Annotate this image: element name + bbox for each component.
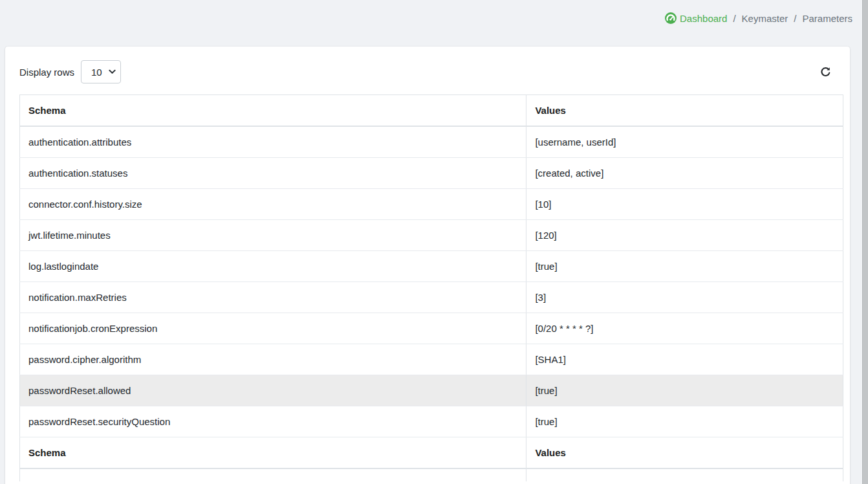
footer-values: Values <box>526 437 843 469</box>
table-row[interactable]: jwt.lifetime.minutes [120] <box>20 220 843 251</box>
values-cell[interactable]: [0/20 * * * * ?] <box>526 313 843 344</box>
schema-cell[interactable]: jwt.lifetime.minutes <box>20 220 526 251</box>
refresh-icon <box>819 66 832 78</box>
breadcrumb: Dashboard / Keymaster / Parameters <box>665 12 852 24</box>
values-cell[interactable]: [10] <box>526 189 843 220</box>
table-row[interactable]: passwordReset.securityQuestion [true] <box>20 406 843 437</box>
table-row[interactable]: authentication.attributes [username, use… <box>20 126 843 158</box>
breadcrumb-item-parameters: Parameters <box>802 13 852 24</box>
table-row[interactable]: passwordReset.allowed [true] <box>20 375 843 406</box>
header-values: Values <box>526 95 843 127</box>
table-row[interactable]: connector.conf.history.size [10] <box>20 189 843 220</box>
breadcrumb-separator: / <box>794 13 796 24</box>
schema-cell[interactable]: authentication.attributes <box>20 126 526 158</box>
page: Dashboard / Keymaster / Parameters Displ… <box>0 0 862 484</box>
scrollbar[interactable] <box>862 0 868 484</box>
table-body: authentication.attributes [username, use… <box>20 126 843 437</box>
card-toolbar: Display rows 10 <box>19 60 840 83</box>
schema-cell[interactable]: log.lastlogindate <box>20 251 526 282</box>
breadcrumb-dashboard-label: Dashboard <box>680 13 727 24</box>
values-cell[interactable]: [created, active] <box>526 158 843 189</box>
table-header: Schema Values <box>20 95 843 127</box>
schema-cell[interactable]: passwordReset.securityQuestion <box>20 406 526 437</box>
values-cell[interactable]: [true] <box>526 375 843 406</box>
values-cell[interactable]: [true] <box>526 251 843 282</box>
breadcrumb-dashboard-link[interactable]: Dashboard <box>665 12 727 24</box>
schema-cell[interactable]: notification.maxRetries <box>20 282 526 313</box>
schema-cell-empty <box>20 468 526 481</box>
table-row[interactable]: notification.maxRetries [3] <box>20 282 843 313</box>
values-cell[interactable]: [username, userId] <box>526 126 843 158</box>
values-cell-empty <box>526 468 843 481</box>
parameters-card: Display rows 10 Schema <box>5 47 850 484</box>
display-rows-label: Display rows <box>19 67 74 78</box>
refresh-button[interactable] <box>818 64 833 80</box>
values-cell[interactable]: [120] <box>526 220 843 251</box>
values-cell[interactable]: [3] <box>526 282 843 313</box>
display-rows-select-wrap: 10 <box>81 60 121 83</box>
breadcrumb-separator: / <box>733 13 735 24</box>
footer-schema: Schema <box>20 437 526 469</box>
header-schema: Schema <box>20 95 526 127</box>
table-row[interactable]: password.cipher.algorithm [SHA1] <box>20 344 843 375</box>
breadcrumb-bar: Dashboard / Keymaster / Parameters <box>0 0 862 47</box>
display-rows-select[interactable]: 10 <box>81 60 121 83</box>
schema-cell[interactable]: authentication.statuses <box>20 158 526 189</box>
table-footer: Schema Values <box>20 437 843 482</box>
parameters-table: Schema Values authentication.attributes … <box>19 94 843 481</box>
schema-cell[interactable]: password.cipher.algorithm <box>20 344 526 375</box>
table-row[interactable]: notificationjob.cronExpression [0/20 * *… <box>20 313 843 344</box>
schema-cell[interactable]: notificationjob.cronExpression <box>20 313 526 344</box>
table-row[interactable]: authentication.statuses [created, active… <box>20 158 843 189</box>
breadcrumb-item-keymaster: Keymaster <box>742 13 788 24</box>
schema-cell[interactable]: connector.conf.history.size <box>20 189 526 220</box>
table-row-partial <box>20 468 843 481</box>
values-cell[interactable]: [SHA1] <box>526 344 843 375</box>
table-row[interactable]: log.lastlogindate [true] <box>20 251 843 282</box>
dashboard-gauge-icon <box>665 12 677 24</box>
values-cell[interactable]: [true] <box>526 406 843 437</box>
schema-cell[interactable]: passwordReset.allowed <box>20 375 526 406</box>
